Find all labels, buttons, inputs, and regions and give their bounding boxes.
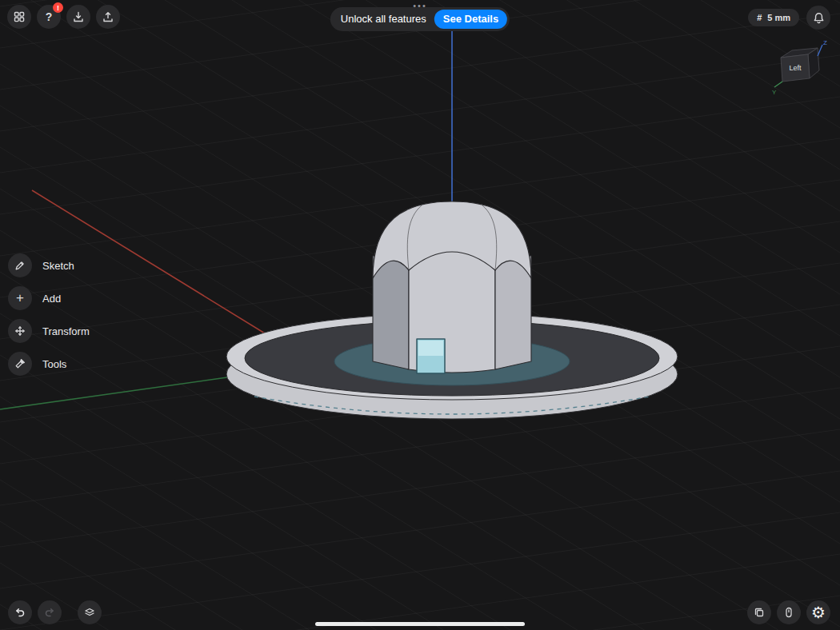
layers-icon xyxy=(83,606,96,619)
grid-icon xyxy=(13,10,26,23)
layers-button[interactable] xyxy=(78,600,102,624)
redo-icon xyxy=(43,606,56,619)
add-label: Add xyxy=(42,293,61,305)
transform-button[interactable] xyxy=(8,319,32,343)
undo-button[interactable] xyxy=(8,600,32,624)
mouse-button[interactable] xyxy=(777,600,801,624)
plus-icon: + xyxy=(16,291,24,305)
mouse-icon xyxy=(782,606,795,619)
toolbar-spacer xyxy=(67,600,72,624)
tools-button[interactable] xyxy=(8,352,32,376)
import-button[interactable] xyxy=(66,5,90,29)
bottom-left-toolbar xyxy=(8,600,102,624)
view-cube[interactable]: Left Z Y xyxy=(771,37,829,98)
transform-label: Transform xyxy=(42,325,90,337)
notification-badge: ! xyxy=(53,2,63,13)
grid-size-button[interactable]: # 5 mm xyxy=(748,9,799,26)
tools-tool[interactable]: Tools xyxy=(8,352,90,376)
selection-dashed-edge xyxy=(254,397,650,414)
copy-icon xyxy=(753,606,766,619)
apps-button[interactable] xyxy=(7,5,31,29)
grid-glyph: # xyxy=(757,13,762,22)
model-canvas xyxy=(0,0,840,630)
notifications-button[interactable] xyxy=(806,6,830,30)
tools-label: Tools xyxy=(42,358,66,370)
sketch-button[interactable] xyxy=(8,253,32,277)
help-button[interactable]: ? ! xyxy=(37,5,61,29)
doorway[interactable] xyxy=(417,339,445,373)
base-plate[interactable] xyxy=(226,313,678,419)
question-icon: ? xyxy=(46,11,53,22)
top-right-toolbar: # 5 mm xyxy=(748,6,830,30)
dome-building[interactable] xyxy=(373,201,531,373)
see-details-button[interactable]: See Details xyxy=(434,10,507,29)
bell-icon xyxy=(812,11,826,25)
library-button[interactable] xyxy=(747,600,771,624)
left-toolbar: Sketch + Add Transform Tools xyxy=(8,253,90,385)
add-button[interactable]: + xyxy=(8,286,32,310)
viewport-3d[interactable] xyxy=(0,0,840,630)
settings-button[interactable]: ⚙ xyxy=(806,600,830,624)
export-button[interactable] xyxy=(96,5,120,29)
home-indicator[interactable] xyxy=(315,622,525,626)
sketch-label: Sketch xyxy=(42,260,74,272)
grid-size-value: 5 mm xyxy=(767,13,790,22)
promo-text: Unlock all features xyxy=(341,13,426,25)
pencil-icon xyxy=(14,259,26,272)
cube-z-label: Z xyxy=(823,39,827,46)
export-icon xyxy=(102,10,114,23)
cube-face-label: Left xyxy=(789,64,802,72)
sketch-tool[interactable]: Sketch xyxy=(8,253,90,277)
top-left-toolbar: ? ! xyxy=(7,5,120,29)
tools-icon xyxy=(14,357,26,370)
gear-icon: ⚙ xyxy=(811,604,826,620)
bottom-right-toolbar: ⚙ xyxy=(747,600,830,624)
redo-button[interactable] xyxy=(38,600,62,624)
teal-inlay xyxy=(334,337,570,385)
undo-icon xyxy=(14,606,26,619)
import-icon xyxy=(72,10,85,23)
promo-banner: Unlock all features See Details xyxy=(330,7,510,31)
cube-y-label: Y xyxy=(772,89,777,96)
transform-tool[interactable]: Transform xyxy=(8,319,90,343)
grid-lines xyxy=(0,0,840,630)
transform-icon xyxy=(14,325,26,337)
add-tool[interactable]: + Add xyxy=(8,286,90,310)
ground-grid xyxy=(0,0,840,630)
